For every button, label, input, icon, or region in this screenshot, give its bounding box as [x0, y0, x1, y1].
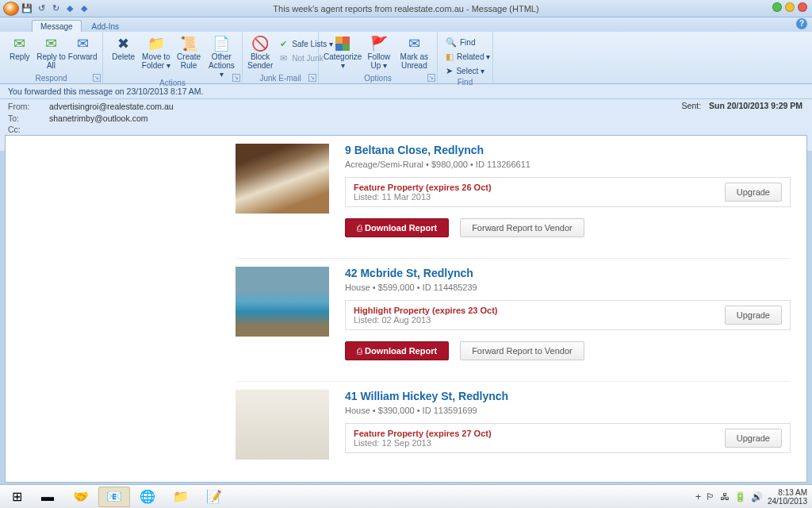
mail-icon: ✉ [278, 52, 289, 64]
sent-label: Sent: [682, 101, 702, 110]
find-button[interactable]: 🔍Find [442, 35, 488, 49]
upgrade-button[interactable]: Upgrade [725, 429, 782, 448]
group-respond-caption: Respond [5, 74, 98, 83]
listing-meta: House • $390,000 • ID 113591699 [345, 406, 791, 415]
actions-launcher-icon[interactable]: ↘ [232, 74, 240, 82]
redo-icon[interactable]: ↻ [49, 2, 62, 15]
reply-all-button[interactable]: ✉Reply to All [36, 33, 67, 70]
save-icon[interactable]: 💾 [21, 2, 33, 15]
upgrade-button[interactable]: Upgrade [725, 306, 782, 325]
move-to-folder-button[interactable]: 📁Move to Folder ▾ [140, 33, 171, 70]
taskbar-explorer[interactable]: 📁 [165, 487, 197, 507]
tray-flag-icon[interactable]: 🏳 [706, 491, 715, 502]
upgrade-button[interactable]: Upgrade [725, 183, 782, 202]
options-launcher-icon[interactable]: ↘ [427, 74, 435, 82]
from-label: From: [8, 101, 43, 113]
ribbon: ✉Reply ✉Reply to All ✉Forward Respond ↘ … [0, 32, 812, 84]
help-icon[interactable]: ? [796, 18, 807, 29]
forward-vendor-button[interactable]: Forward Report to Vendor [460, 218, 584, 237]
categorize-button[interactable]: Categorize ▾ [324, 33, 362, 70]
download-report-button[interactable]: Download Report [345, 218, 449, 237]
office-button[interactable] [3, 2, 19, 16]
group-find-caption: Find [442, 78, 488, 87]
prev-icon[interactable]: ◆ [63, 2, 76, 15]
check-icon: ✔ [278, 38, 289, 49]
follow-up-button[interactable]: 🚩Follow Up ▾ [363, 33, 395, 70]
tray-volume-icon[interactable]: 🔊 [751, 491, 763, 502]
listing-status-box: Highlight Property (expires 23 Oct) List… [345, 300, 791, 330]
next-icon[interactable]: ◆ [78, 2, 90, 15]
window-title: This week's agent reports from realestat… [273, 4, 538, 13]
listing-thumbnail [236, 144, 329, 214]
download-report-button[interactable]: Download Report [345, 341, 449, 360]
select-button[interactable]: ➤Select ▾ [442, 64, 488, 78]
group-junk-caption: Junk E-mail [247, 74, 313, 83]
binoculars-icon: 🔍 [446, 37, 457, 48]
start-button[interactable]: ⊞ [3, 487, 30, 506]
minimize-icon[interactable] [772, 2, 782, 12]
listing-title[interactable]: 42 Mcbride St, Redlynch [345, 267, 791, 279]
feature-status: Feature Property (expires 26 Oct) [354, 183, 492, 192]
taskbar-notepad[interactable]: 📝 [198, 487, 230, 507]
taskbar-chrome[interactable]: 🌐 [132, 487, 163, 507]
cursor-icon: ➤ [446, 65, 453, 76]
listing-meta: Acreage/Semi-Rural • $980,000 • ID 11326… [345, 160, 791, 169]
taskbar-handshake[interactable]: 🤝 [65, 487, 97, 507]
feature-status: Feature Property (expires 27 Oct) [354, 429, 492, 438]
related-icon: ◧ [446, 51, 454, 62]
listed-date: Listed: 12 Sep 2013 [354, 438, 431, 448]
forward-vendor-button[interactable]: Forward Report to Vendor [460, 341, 584, 360]
listing-status-box: Feature Property (expires 27 Oct) Listed… [345, 423, 791, 453]
group-actions-caption: Actions [108, 79, 237, 88]
block-sender-button[interactable]: 🚫Block Sender [247, 33, 273, 70]
tab-message[interactable]: Message [32, 20, 82, 32]
listing-title[interactable]: 41 William Hickey St, Redlynch [345, 390, 791, 402]
listing-title[interactable]: 9 Beltana Close, Redlynch [345, 144, 791, 156]
listed-date: Listed: 02 Aug 2013 [354, 315, 431, 325]
other-actions-button[interactable]: 📄Other Actions ▾ [206, 33, 237, 79]
tab-addins[interactable]: Add-Ins [83, 20, 128, 32]
tray-battery-icon[interactable]: 🔋 [734, 491, 746, 502]
clock-time: 8:13 AM [768, 488, 807, 497]
related-button[interactable]: ◧Related ▾ [442, 49, 488, 64]
undo-icon[interactable]: ↺ [35, 2, 48, 15]
delete-button[interactable]: ✖Delete [108, 33, 139, 61]
listing-row: 41 William Hickey St, Redlynch House • $… [236, 381, 791, 483]
listing-meta: House • $599,000 • ID 114485239 [345, 283, 791, 292]
close-icon[interactable] [798, 2, 807, 12]
listing-thumbnail [236, 390, 329, 460]
titlebar: 💾 ↺ ↻ ◆ ◆ This week's agent reports from… [0, 0, 812, 17]
windows-icon: ⊞ [12, 489, 22, 504]
clock-date: 24/10/2013 [768, 497, 807, 506]
to-value: shanetrimby@outlook.com [49, 113, 147, 125]
taskbar-terminal[interactable]: ▬ [32, 487, 63, 507]
ribbon-tabs: Message Add-Ins ? [0, 17, 812, 32]
taskbar-clock[interactable]: 8:13 AM 24/10/2013 [768, 488, 807, 506]
listing-thumbnail [236, 267, 329, 337]
mark-unread-button[interactable]: ✉Mark as Unread [396, 33, 432, 70]
from-value: advertisingroi@realestate.com.au [49, 101, 174, 113]
sent-value: Sun 20/10/2013 9:29 PM [709, 101, 802, 110]
listing-status-box: Feature Property (expires 26 Oct) Listed… [345, 177, 791, 207]
listing-row: 9 Beltana Close, Redlynch Acreage/Semi-R… [236, 136, 791, 258]
create-rule-button[interactable]: 📜Create Rule [174, 33, 205, 70]
listing-row: 42 Mcbride St, Redlynch House • $599,000… [236, 258, 791, 381]
group-options-caption: Options [324, 74, 432, 83]
tray-plus-icon[interactable]: + [695, 491, 701, 502]
reply-button[interactable]: ✉Reply [5, 33, 35, 61]
message-body[interactable]: 9 Beltana Close, Redlynch Acreage/Semi-R… [5, 135, 807, 483]
respond-launcher-icon[interactable]: ↘ [93, 74, 101, 82]
taskbar: ⊞ ▬ 🤝 📧 🌐 📁 📝 + 🏳 🖧 🔋 🔊 8:13 AM 24/10/20… [0, 484, 812, 508]
forward-button[interactable]: ✉Forward [67, 33, 98, 61]
feature-status: Highlight Property (expires 23 Oct) [354, 306, 498, 315]
to-label: To: [8, 113, 43, 125]
cc-label: Cc: [8, 124, 43, 136]
junk-launcher-icon[interactable]: ↘ [308, 74, 316, 82]
maximize-icon[interactable] [785, 2, 795, 12]
tray-network-icon[interactable]: 🖧 [720, 491, 730, 502]
taskbar-outlook[interactable]: 📧 [98, 487, 130, 507]
listed-date: Listed: 11 Mar 2013 [354, 192, 431, 202]
